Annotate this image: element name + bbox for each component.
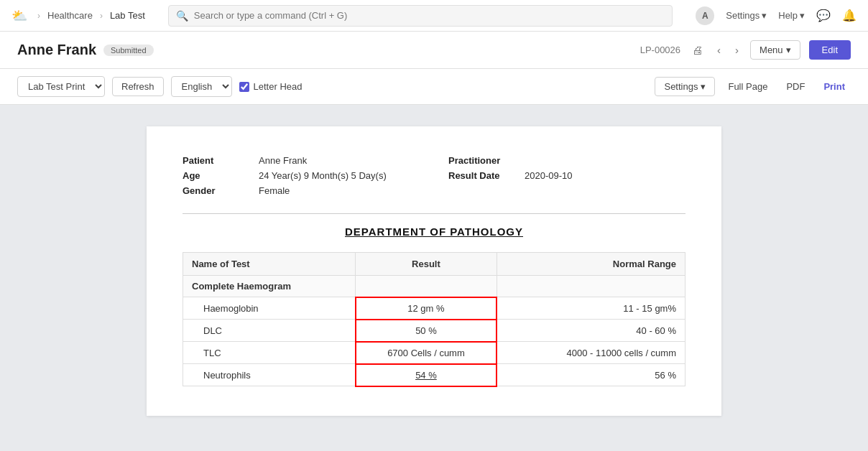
breadcrumb-chevron-1: › bbox=[37, 11, 40, 21]
sub-result: 6700 Cells / cumm bbox=[356, 342, 497, 364]
letter-head-label[interactable]: Letter Head bbox=[239, 81, 303, 92]
pdf-button[interactable]: PDF bbox=[780, 78, 811, 96]
toolbar-right: Settings ▾ Full Page PDF Print bbox=[655, 77, 851, 96]
settings-nav-button[interactable]: Settings ▾ bbox=[726, 10, 767, 21]
chevron-down-icon: ▾ bbox=[786, 45, 791, 55]
patient-name: Anne Frank bbox=[17, 42, 96, 58]
search-icon: 🔍 bbox=[176, 10, 188, 22]
table-row: Haemoglobin 12 gm %11 - 15 gm% bbox=[183, 297, 685, 320]
group-result bbox=[356, 276, 497, 297]
patient-gender-row: Gender Female bbox=[183, 185, 420, 196]
edit-button[interactable]: Edit bbox=[809, 40, 851, 60]
sub-name: Haemoglobin bbox=[183, 297, 356, 320]
top-nav: ⛅ › Healthcare › Lab Test 🔍 A Settings ▾… bbox=[0, 0, 868, 32]
patient-info-divider bbox=[183, 213, 685, 214]
help-nav-button[interactable]: Help ▾ bbox=[778, 10, 805, 21]
print-icon-button[interactable]: 🖨 bbox=[689, 42, 706, 57]
patient-name-label: Patient bbox=[183, 155, 247, 166]
page-title-area: Anne Frank Submitted bbox=[17, 42, 154, 58]
table-row: Complete Haemogram bbox=[183, 276, 685, 297]
col-header-normal: Normal Range bbox=[497, 253, 685, 276]
prev-doc-button[interactable]: ‹ bbox=[714, 42, 724, 57]
settings-dropdown-button[interactable]: Settings ▾ bbox=[655, 77, 715, 96]
patient-gender-label: Gender bbox=[183, 185, 247, 196]
table-row: DLC 50 %40 - 60 % bbox=[183, 320, 685, 342]
sub-normal: 56 % bbox=[497, 364, 685, 386]
refresh-button[interactable]: Refresh bbox=[112, 77, 164, 96]
col-header-result: Result bbox=[356, 253, 497, 276]
chevron-down-icon: ▾ bbox=[762, 10, 767, 21]
print-format-select[interactable]: Lab Test Print bbox=[17, 76, 105, 97]
print-document: Patient Anne Frank Age 24 Year(s) 9 Mont… bbox=[147, 126, 721, 416]
notifications-icon-button[interactable]: 🔔 bbox=[842, 9, 857, 22]
breadcrumb-healthcare[interactable]: Healthcare bbox=[47, 10, 93, 21]
practitioner-row: Practitioner bbox=[448, 155, 685, 166]
patient-gender-value: Female bbox=[259, 185, 290, 196]
print-button[interactable]: Print bbox=[818, 78, 851, 96]
letter-head-checkbox[interactable] bbox=[239, 82, 249, 92]
doc-id: LP-00026 bbox=[640, 45, 680, 55]
page-header-right: LP-00026 🖨 ‹ › Menu ▾ Edit bbox=[640, 40, 851, 60]
toolbar: Lab Test Print Refresh English Letter He… bbox=[0, 69, 868, 105]
status-badge: Submitted bbox=[103, 45, 154, 56]
search-bar[interactable]: 🔍 bbox=[168, 5, 673, 27]
patient-age-row: Age 24 Year(s) 9 Month(s) 5 Day(s) bbox=[183, 170, 420, 181]
result-date-label: Result Date bbox=[448, 170, 513, 181]
breadcrumb-chevron-2: › bbox=[100, 11, 103, 21]
menu-button[interactable]: Menu ▾ bbox=[750, 40, 800, 60]
nav-right: A Settings ▾ Help ▾ 💬 🔔 bbox=[696, 6, 857, 25]
table-row: Neutrophils 54 %56 % bbox=[183, 364, 685, 386]
patient-name-value: Anne Frank bbox=[259, 155, 307, 166]
sub-name: Neutrophils bbox=[183, 364, 356, 386]
patient-age-value: 24 Year(s) 9 Month(s) 5 Day(s) bbox=[259, 170, 387, 181]
chevron-down-icon: ▾ bbox=[800, 10, 805, 21]
breadcrumb-labtest[interactable]: Lab Test bbox=[110, 10, 145, 21]
page-header: Anne Frank Submitted LP-00026 🖨 ‹ › Menu… bbox=[0, 32, 868, 69]
col-header-test: Name of Test bbox=[183, 253, 356, 276]
practitioner-label: Practitioner bbox=[448, 155, 513, 166]
group-normal bbox=[497, 276, 685, 297]
sub-normal: 4000 - 11000 cells / cumm bbox=[497, 342, 685, 364]
patient-info-section: Patient Anne Frank Age 24 Year(s) 9 Mont… bbox=[183, 155, 685, 196]
sub-result: 50 % bbox=[356, 320, 497, 342]
patient-name-row: Patient Anne Frank bbox=[183, 155, 420, 166]
messages-icon-button[interactable]: 💬 bbox=[816, 9, 831, 22]
department-heading: DEPARTMENT OF PATHOLOGY bbox=[183, 226, 685, 238]
sub-normal: 11 - 15 gm% bbox=[497, 297, 685, 320]
sub-result: 54 % bbox=[356, 364, 497, 386]
avatar: A bbox=[696, 6, 714, 25]
table-header-row: Name of Test Result Normal Range bbox=[183, 253, 685, 276]
sub-name: DLC bbox=[183, 320, 356, 342]
sub-name: TLC bbox=[183, 342, 356, 364]
search-input[interactable] bbox=[194, 10, 665, 21]
group-name: Complete Haemogram bbox=[183, 276, 356, 297]
cloud-icon: ⛅ bbox=[11, 8, 27, 24]
print-area-background: Patient Anne Frank Age 24 Year(s) 9 Mont… bbox=[0, 105, 868, 451]
chevron-down-icon: ▾ bbox=[701, 81, 706, 92]
table-row: TLC 6700 Cells / cumm4000 - 11000 cells … bbox=[183, 342, 685, 364]
sub-result: 12 gm % bbox=[356, 297, 497, 320]
lab-results-table: Name of Test Result Normal Range Complet… bbox=[183, 252, 685, 387]
sub-normal: 40 - 60 % bbox=[497, 320, 685, 342]
result-date-row: Result Date 2020-09-10 bbox=[448, 170, 685, 181]
language-select[interactable]: English bbox=[171, 76, 232, 97]
patient-age-label: Age bbox=[183, 170, 247, 181]
next-doc-button[interactable]: › bbox=[732, 42, 742, 57]
full-page-button[interactable]: Full Page bbox=[722, 78, 773, 96]
result-date-value: 2020-09-10 bbox=[525, 170, 573, 181]
